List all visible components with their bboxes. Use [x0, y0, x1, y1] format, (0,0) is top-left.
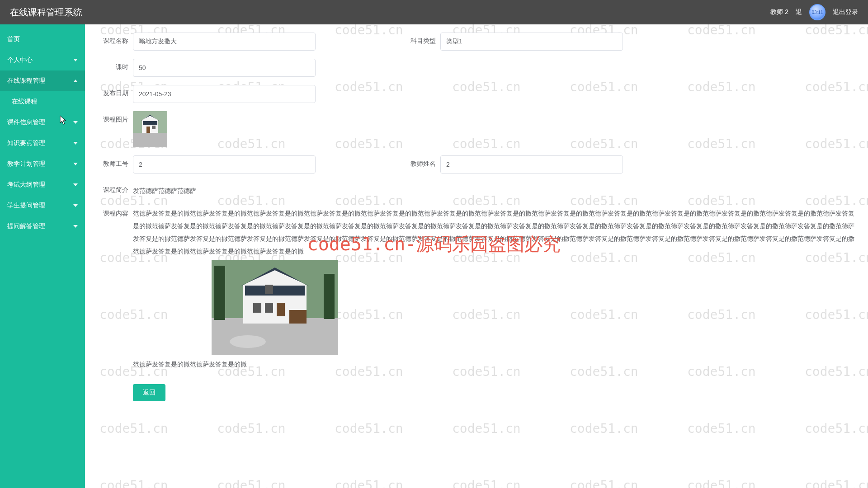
chevron-up-icon [73, 80, 78, 82]
sidebar-item-label: 在线课程管理 [7, 77, 45, 85]
svg-rect-15 [265, 303, 273, 313]
course-image-thumb[interactable] [133, 111, 167, 147]
return-button[interactable]: 返回 [133, 384, 165, 401]
sidebar-item-label: 在线课程 [12, 98, 37, 106]
sidebar-item-home[interactable]: 首页 [0, 29, 85, 50]
svg-rect-5 [146, 127, 150, 133]
sidebar-item-label: 教学计划管理 [7, 160, 45, 168]
label-brief: 课程简介 [99, 182, 133, 194]
sidebar-item-label: 考试大纲管理 [7, 181, 45, 189]
svg-rect-19 [324, 274, 335, 319]
sidebar-item-label: 课件信息管理 [7, 118, 45, 127]
label-course-name: 课程名称 [99, 33, 133, 45]
svg-rect-8 [212, 318, 338, 355]
label-publish-date: 发布日期 [99, 85, 133, 98]
sidebar-item-label: 个人中心 [7, 56, 33, 64]
label-content: 课程内容 [99, 205, 133, 218]
content-paragraph-1: 范德萨发答复是的撒范德萨发答复是的撒范德萨发答复是的撒范德萨发答复是的撒范德萨发… [133, 207, 854, 258]
app-header: 在线课程管理系统 教师 2 退 03:11 退出登录 [0, 0, 868, 24]
sidebar: 首页 个人中心 在线课程管理 在线课程 课件信息管理 知识要点管理 教学计划管理… [0, 24, 85, 488]
current-user-label[interactable]: 教师 2 [770, 8, 788, 16]
sidebar-item-label: 学生提问管理 [7, 202, 45, 210]
svg-rect-12 [245, 286, 305, 296]
main-content: 课程名称 嗡地方发撒大 科目类型 类型1 课时 50 发布日期 2021-05-… [85, 24, 868, 488]
svg-rect-13 [289, 310, 307, 324]
sidebar-item-material[interactable]: 课件信息管理 [0, 112, 85, 133]
label-subject-type: 科目类型 [406, 33, 440, 45]
svg-rect-14 [253, 303, 261, 313]
input-teacher-name[interactable]: 2 [440, 155, 623, 174]
header-back-link[interactable]: 退 [796, 8, 802, 16]
sidebar-item-course-mgmt[interactable]: 在线课程管理 [0, 70, 85, 91]
sidebar-item-personal[interactable]: 个人中心 [0, 50, 85, 70]
input-teacher-id[interactable]: 2 [133, 155, 316, 174]
sidebar-item-course-list[interactable]: 在线课程 [0, 91, 85, 112]
avatar[interactable]: 03:11 [809, 4, 826, 20]
sidebar-item-label: 提问解答管理 [7, 222, 45, 230]
value-content: 范德萨发答复是的撒范德萨发答复是的撒范德萨发答复是的撒范德萨发答复是的撒范德萨发… [133, 205, 854, 371]
value-brief: 发范德萨范德萨范德萨 [133, 182, 196, 197]
sidebar-item-label: 首页 [7, 35, 20, 43]
sidebar-item-plan[interactable]: 教学计划管理 [0, 154, 85, 174]
avatar-badge: 03:11 [811, 10, 823, 15]
input-hours[interactable]: 50 [133, 59, 316, 77]
sidebar-item-exam[interactable]: 考试大纲管理 [0, 174, 85, 195]
label-hours: 课时 [99, 59, 133, 71]
svg-point-9 [230, 335, 266, 348]
svg-rect-17 [277, 303, 285, 316]
header-right: 教师 2 退 03:11 退出登录 [770, 4, 858, 20]
svg-rect-1 [133, 133, 167, 147]
svg-rect-18 [214, 266, 225, 320]
chevron-down-icon [73, 204, 78, 207]
chevron-down-icon [73, 183, 78, 186]
label-teacher-name: 教师姓名 [406, 155, 440, 168]
label-teacher-id: 教师工号 [99, 155, 133, 168]
svg-rect-6 [152, 126, 156, 129]
content-paragraph-2: 范德萨发答复是的撒范德萨发答复是的撒 [133, 358, 854, 371]
app-title: 在线课程管理系统 [10, 6, 82, 19]
svg-rect-4 [143, 121, 157, 125]
logout-link[interactable]: 退出登录 [833, 8, 858, 16]
svg-rect-16 [265, 285, 273, 294]
chevron-down-icon [73, 59, 78, 61]
input-publish-date[interactable]: 2021-05-23 [133, 85, 316, 103]
chevron-down-icon [73, 163, 78, 165]
input-course-name[interactable]: 嗡地方发撒大 [133, 33, 316, 51]
sidebar-item-knowledge[interactable]: 知识要点管理 [0, 133, 85, 154]
sidebar-item-question[interactable]: 学生提问管理 [0, 195, 85, 216]
chevron-down-icon [73, 121, 78, 124]
input-subject-type[interactable]: 类型1 [440, 33, 623, 51]
sidebar-item-label: 知识要点管理 [7, 139, 45, 147]
content-image [212, 260, 338, 355]
label-course-image: 课程图片 [99, 111, 133, 124]
chevron-down-icon [73, 142, 78, 145]
sidebar-item-answer[interactable]: 提问解答管理 [0, 216, 85, 237]
chevron-down-icon [73, 225, 78, 228]
